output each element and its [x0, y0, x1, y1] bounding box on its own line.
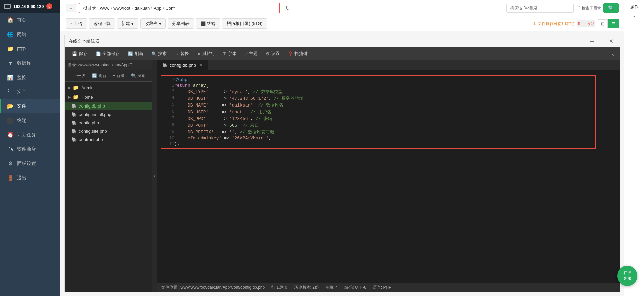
sidebar-item-monitor[interactable]: 📊监控: [0, 70, 60, 85]
indent-status: 空格: 4: [325, 285, 338, 290]
breadcrumb-item[interactable]: daikuan: [135, 6, 150, 11]
table-row: 2 return array(: [163, 83, 594, 88]
breadcrumb-item[interactable]: App: [154, 6, 161, 11]
sidebar-item-ftp[interactable]: 📁FTP: [0, 42, 60, 56]
sidebar-item-website[interactable]: 🌐网站: [0, 27, 60, 42]
crontask-icon: ⏰: [7, 132, 14, 138]
editor-title: 在线文本编辑器: [69, 38, 99, 44]
settings-tool-icon: ⚙: [266, 51, 270, 56]
table-row: 4 'DB_HOST' => '47.243.68.172', // 服务器地址: [163, 95, 594, 102]
search-tool-button[interactable]: 🔍 搜索: [148, 49, 170, 58]
save-tool-button[interactable]: 💾 保存: [69, 49, 91, 58]
sidebar-item-logout[interactable]: 🚪退出: [0, 171, 60, 185]
include-subdir-checkbox[interactable]: [576, 6, 580, 10]
sidebar-item-panel[interactable]: ⚙面板设置: [0, 156, 60, 171]
breadcrumb-item[interactable]: Conf: [165, 6, 174, 11]
recycle-button[interactable]: 🗑 回收站: [577, 20, 595, 27]
replace-tool-button[interactable]: ↔ 替换: [171, 49, 193, 58]
search-button[interactable]: 🔍: [603, 3, 619, 13]
table-row: 6 'DB_USER' => 'root', // 用户名: [163, 109, 594, 115]
tree-search-button[interactable]: 🔍 搜索: [128, 72, 148, 80]
settings-tool-button[interactable]: ⚙ 设置: [262, 49, 283, 58]
code-content-wrapper[interactable]: 1 <?php 2 return array( 3: [157, 70, 620, 283]
file-config-install[interactable]: 🐘 config.install.php: [65, 110, 152, 119]
breadcrumb-item[interactable]: www: [100, 6, 109, 11]
sidebar-item-label: 终端: [17, 118, 26, 124]
disk-button[interactable]: 💾 /(根目录) (51G): [222, 18, 267, 29]
terminal-button[interactable]: ⬛ 终端: [196, 18, 220, 29]
editor-minimize-button[interactable]: ─: [588, 37, 596, 45]
upload-icon: ↑: [70, 21, 72, 26]
appstore-icon: 🛍: [7, 146, 14, 152]
operations-chevron[interactable]: ⌄: [632, 13, 636, 18]
editor-header: 在线文本编辑器 ─ □ ✕: [65, 35, 620, 47]
breadcrumb-separator: ›: [111, 6, 112, 10]
sidebar-item-database[interactable]: 🗄数据库: [0, 56, 60, 70]
tree-up-button[interactable]: ↑ 上一级: [67, 72, 88, 80]
share-list-button[interactable]: 分享列表: [168, 18, 194, 29]
breadcrumb-item[interactable]: wwwroot: [113, 6, 130, 11]
content-area: 在线文本编辑器 ─ □ ✕ 💾 保存 📄 全部保存 🔄: [60, 31, 624, 296]
table-row: 3 'DB_TYPE' => 'mysql', // 数据库类型: [163, 88, 594, 95]
theme-tool-icon: U: [245, 51, 248, 56]
file-config-db[interactable]: 🐘 config.db.php: [65, 102, 152, 110]
theme-tool-button[interactable]: U 主题: [241, 49, 261, 58]
tree-new-button[interactable]: + 新建: [110, 72, 127, 80]
chevron-right-icon: ▶: [68, 86, 71, 90]
sidebar-nav: 🏠首页🌐网站📁FTP🗄数据库📊监控🛡安全📂文件⬛终端⏰计划任务🛍软件商店⚙面板设…: [0, 13, 60, 296]
sidebar-item-appstore[interactable]: 🛍软件商店: [0, 142, 60, 156]
file-contract[interactable]: 🐘 contract.php: [65, 135, 152, 144]
sidebar-item-label: 网站: [17, 32, 26, 38]
breadcrumb-item[interactable]: 根目录: [83, 5, 96, 11]
search-tool-icon: 🔍: [151, 51, 157, 56]
monitor-icon: 📊: [7, 74, 14, 81]
collapse-handle[interactable]: ‹: [152, 60, 157, 292]
sidebar-item-crontask[interactable]: ⏰计划任务: [0, 128, 60, 142]
breadcrumb-separator: ›: [163, 6, 164, 10]
sidebar: 192.168.60.129 0 🏠首页🌐网站📁FTP🗄数据库📊监控🛡安全📂文件…: [0, 0, 60, 296]
editor-container: 在线文本编辑器 ─ □ ✕ 💾 保存 📄 全部保存 🔄: [64, 35, 620, 292]
sidebar-item-security[interactable]: 🛡安全: [0, 85, 60, 99]
editor-close-button[interactable]: ✕: [607, 37, 615, 45]
warning-icon: ⚠: [533, 21, 536, 26]
breadcrumb-separator: ›: [151, 6, 152, 10]
list-view-button[interactable]: ☰: [608, 19, 619, 28]
sidebar-item-label: 退出: [17, 175, 26, 181]
sidebar-item-file[interactable]: 📂文件: [0, 99, 60, 113]
back-button[interactable]: ←: [66, 4, 76, 12]
php-file-icon: 🐘: [71, 120, 77, 125]
sidebar-item-terminal[interactable]: ⬛终端: [0, 113, 60, 128]
editor-maximize-button[interactable]: □: [598, 37, 605, 45]
new-button[interactable]: 新建 ▾: [117, 18, 138, 29]
tree-refresh-button[interactable]: 🔄 刷新: [89, 72, 109, 80]
breadcrumb-separator: ›: [97, 6, 99, 10]
file-config[interactable]: 🐘 config.php: [65, 119, 152, 127]
goto-tool-button[interactable]: ➤ 跳转行: [194, 49, 219, 58]
save-tool-icon: 💾: [72, 51, 77, 56]
file-tree-panel: 目录: /www/wwwroot/daikuan/App/C... ↑ 上一级 …: [65, 60, 152, 292]
folder-admin[interactable]: ▶ 📁 Admin: [65, 83, 152, 92]
code-tab-config-db[interactable]: 🐘 config.db.php ✕: [157, 60, 208, 70]
database-icon: 🗄: [7, 60, 14, 66]
main-content: ← 根目录›www›wwwroot›daikuan›App›Conf ↻ 包含子…: [60, 0, 624, 296]
folder-home[interactable]: ▶ 📁 Home: [65, 92, 152, 102]
online-chat-button[interactable]: 在线 客服: [617, 266, 637, 286]
sidebar-item-home[interactable]: 🏠首页: [0, 13, 60, 27]
refresh-button[interactable]: ↻: [283, 4, 292, 13]
saveall-tool-button[interactable]: 📄 全部保存: [92, 49, 123, 58]
search-input[interactable]: [506, 4, 574, 13]
tab-close-button[interactable]: ✕: [199, 63, 203, 68]
file-config-site[interactable]: 🐘 config.site.php: [65, 127, 152, 135]
grid-view-button[interactable]: ⊞: [598, 19, 608, 28]
remote-download-button[interactable]: 远程下载: [89, 18, 115, 29]
favorites-button[interactable]: 收藏夹 ▾: [140, 18, 166, 29]
editor-expand-button[interactable]: ⌄: [611, 51, 615, 57]
php-file-icon: 🐘: [71, 103, 77, 109]
php-file-icon: 🐘: [71, 129, 77, 134]
refresh-tool-button[interactable]: 🔄 刷新: [124, 49, 147, 58]
shortcuts-tool-icon: ❓: [288, 51, 293, 56]
font-tool-button[interactable]: T 字体: [220, 49, 240, 58]
shortcuts-tool-button[interactable]: ❓ 快捷键: [284, 49, 311, 58]
sidebar-item-label: 首页: [17, 17, 26, 23]
upload-button[interactable]: ↑ 上传: [66, 18, 87, 29]
